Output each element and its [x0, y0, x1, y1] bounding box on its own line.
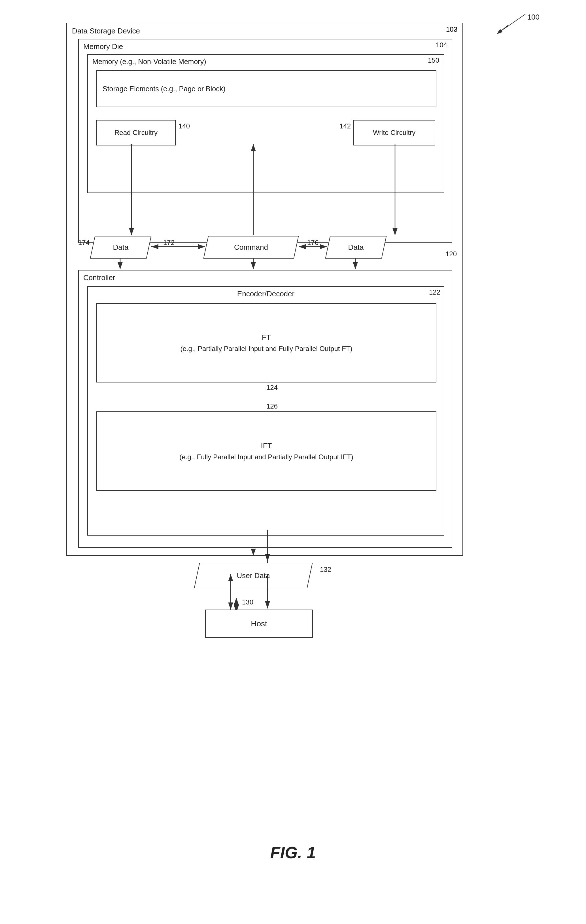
ft-box: FT (e.g., Partially Parallel Input and F…	[96, 303, 436, 383]
svg-line-17	[503, 14, 525, 30]
data-storage-device-box: Data Storage Device 103 Memory Die 104 M…	[66, 23, 463, 556]
host-label: Host	[251, 619, 267, 628]
data-left-label: Data	[113, 243, 128, 252]
encoder-decoder-label: Encoder/Decoder	[237, 289, 295, 298]
encoder-decoder-box: Encoder/Decoder 122 FT (e.g., Partially …	[87, 286, 444, 536]
read-circuitry-label: Read Circuitry	[115, 129, 158, 137]
ref-100: 100	[527, 13, 540, 21]
ref-142: 142	[339, 122, 351, 130]
data-storage-device-label: Data Storage Device	[72, 26, 140, 35]
command-para: Command	[206, 236, 296, 259]
ref-122: 122	[429, 288, 440, 296]
data-left-para: Data	[92, 236, 149, 259]
ref-120: 120	[446, 250, 457, 258]
user-data-label: User Data	[237, 571, 270, 580]
command-label: Command	[234, 243, 268, 252]
ref-104: 104	[436, 41, 447, 49]
write-circuitry-box: Write Circuitry	[353, 120, 435, 145]
write-circuitry-label: Write Circuitry	[373, 129, 415, 137]
ref-176: 176	[307, 239, 318, 247]
memory-box: Memory (e.g., Non-Volatile Memory) 150 S…	[87, 54, 444, 193]
data-right-label: Data	[348, 243, 364, 252]
ref-132: 132	[320, 566, 331, 574]
ref-172: 172	[163, 239, 174, 247]
ref-174: 174	[78, 239, 89, 247]
ft-label2: (e.g., Partially Parallel Input and Full…	[181, 345, 352, 353]
controller-box: Controller Encoder/Decoder 122 FT (e.g.,…	[78, 270, 452, 548]
host-box: Host	[205, 610, 313, 638]
diagram-wrapper: Data Storage Device 103 Memory Die 104 M…	[38, 0, 548, 879]
ift-box: IFT (e.g., Fully Parallel Input and Part…	[96, 411, 436, 491]
storage-elements-box: Storage Elements (e.g., Page or Block)	[96, 70, 436, 107]
ref-140: 140	[178, 122, 190, 130]
memory-die-box: Memory Die 104 Memory (e.g., Non-Volatil…	[78, 39, 452, 243]
memory-die-label: Memory Die	[83, 42, 123, 51]
ref-124: 124	[267, 384, 278, 391]
memory-label: Memory (e.g., Non-Volatile Memory)	[92, 58, 206, 66]
controller-label: Controller	[83, 273, 115, 282]
ref-150: 150	[428, 56, 439, 64]
fig-label: FIG. 1	[38, 843, 548, 862]
ref-126: 126	[267, 402, 278, 410]
ref-130: 130	[242, 598, 253, 606]
ft-label1: FT	[262, 333, 271, 342]
user-data-para: User Data	[197, 563, 310, 588]
ift-label1: IFT	[261, 441, 272, 450]
ift-label2: (e.g., Fully Parallel Input and Partiall…	[179, 453, 353, 461]
storage-elements-label: Storage Elements (e.g., Page or Block)	[102, 85, 226, 93]
read-circuitry-box: Read Circuitry	[96, 120, 176, 145]
svg-line-4	[497, 25, 509, 34]
data-right-para: Data	[328, 236, 384, 259]
ref-102: 102	[446, 25, 458, 33]
